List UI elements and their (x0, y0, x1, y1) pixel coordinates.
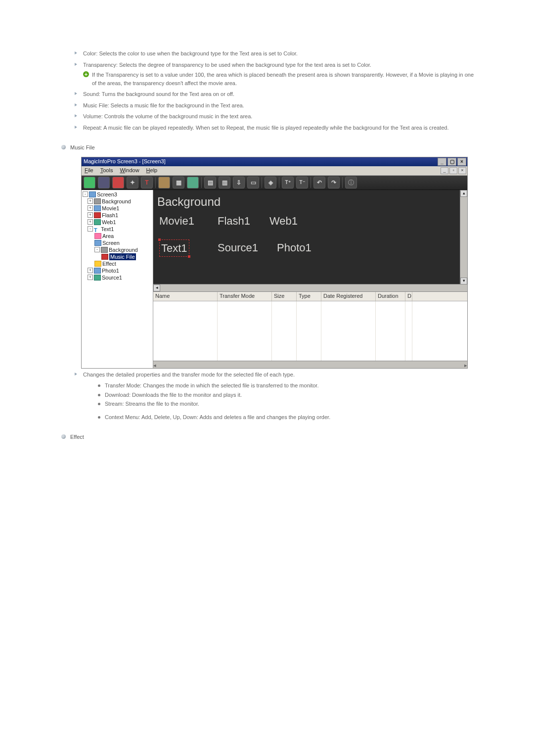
v-scrollbar[interactable]: ▴ ▾ (460, 190, 467, 284)
tb-pic-icon[interactable] (158, 177, 170, 189)
th-duration[interactable]: Duration (376, 292, 405, 301)
bg-icon (101, 247, 108, 253)
canvas[interactable]: Background Movie1 Flash1 Web1 Text1 Sour… (153, 190, 467, 292)
file-table-body[interactable] (153, 301, 467, 361)
expand-icon[interactable]: + (88, 219, 93, 225)
tb-grid1-icon[interactable]: ▤ (204, 177, 216, 189)
tree-bg2[interactable]: Background (109, 246, 138, 253)
item-sound: Sound: Turns the background sound for th… (58, 90, 480, 98)
toolbar: ✦ T ▦ ▤ ▥ ⇩ ▭ ◈ T⁺ T⁻ ↶ ↷ ⓘ (82, 176, 467, 190)
tb-layout-icon[interactable]: ▦ (173, 177, 184, 189)
th-size[interactable]: Size (272, 292, 297, 301)
tree-root[interactable]: Screen3 (97, 191, 117, 198)
tb-redo-icon[interactable]: ↷ (328, 177, 340, 189)
scroll-left-icon[interactable]: ◂ (153, 284, 160, 291)
menu-help[interactable]: Help (146, 166, 158, 175)
tb-diamond-icon[interactable]: ◈ (265, 177, 276, 189)
th-type[interactable]: Type (297, 292, 321, 301)
tb-arrow-icon[interactable]: ⇩ (233, 177, 245, 189)
expand-icon[interactable]: + (88, 205, 93, 211)
source-icon (94, 275, 101, 281)
tb-tb-icon[interactable]: T⁻ (296, 177, 308, 189)
scroll-up-icon[interactable]: ▴ (460, 190, 467, 197)
canvas-web1[interactable]: Web1 (269, 213, 298, 229)
menu-file[interactable]: File (85, 166, 93, 175)
folder-icon (94, 198, 101, 204)
app-title: MagicInfoPro Screen3 - [Screen3] (84, 157, 166, 166)
h-scrollbar[interactable]: ◂ ▸ (153, 284, 467, 291)
tb-undo-icon[interactable]: ↶ (313, 177, 325, 189)
tb-rect-icon[interactable]: ▭ (247, 177, 259, 189)
child-restore-button[interactable]: ▫ (449, 167, 457, 174)
tb-puzzle-icon[interactable]: ✦ (127, 177, 138, 189)
dot-download: Download: Downloads the file to the moni… (98, 391, 480, 399)
canvas-movie1[interactable]: Movie1 (159, 213, 194, 229)
photo-icon (94, 268, 101, 274)
effect-icon (94, 261, 101, 267)
canvas-flash1[interactable]: Flash1 (218, 213, 250, 229)
expand-icon[interactable]: + (88, 198, 93, 204)
tb-info-icon[interactable]: ⓘ (345, 177, 357, 189)
tree-screen[interactable]: Screen (102, 239, 120, 246)
tree-music-file[interactable]: Music File (109, 253, 136, 260)
scroll-right-icon[interactable]: ▸ (464, 361, 467, 368)
child-minimize-button[interactable]: _ (441, 167, 448, 174)
post-image-desc: Changes the detailed properties and the … (58, 371, 480, 379)
screen-node-icon (94, 240, 101, 246)
canvas-background[interactable]: Background (157, 193, 221, 211)
context-menu-list: Context Menu: Add, Delete, Up, Down: Add… (98, 413, 480, 422)
th-extra: D (405, 292, 412, 301)
canvas-source1[interactable]: Source1 (218, 239, 258, 256)
expand-icon[interactable]: + (88, 275, 93, 280)
tb-monitor-icon[interactable] (98, 177, 110, 189)
child-close-button[interactable]: × (458, 167, 466, 174)
th-name[interactable]: Name (153, 292, 218, 301)
tb-media-icon[interactable] (187, 177, 199, 189)
th-transfer[interactable]: Transfer Mode (218, 292, 272, 301)
expand-icon[interactable]: - (83, 191, 88, 197)
music-icon (101, 254, 108, 260)
web-icon (94, 219, 101, 225)
tree-area[interactable]: Area (102, 233, 114, 239)
expand-icon[interactable]: - (94, 247, 100, 252)
scroll-down-icon[interactable]: ▾ (460, 278, 467, 284)
maximize-button[interactable]: ▢ (447, 158, 456, 166)
tree-photo1[interactable]: Photo1 (102, 267, 119, 274)
file-table-header: Name Transfer Mode Size Type Date Regist… (153, 292, 467, 301)
close-button[interactable]: × (457, 158, 466, 166)
scroll-left-icon[interactable]: ◂ (153, 361, 156, 368)
tree-flash1[interactable]: Flash1 (102, 212, 118, 219)
tree-panel[interactable]: -Screen3 +Background +Movie1 +Flash1 +We… (82, 190, 153, 368)
tb-globe-icon[interactable] (112, 177, 124, 189)
tb-grid2-icon[interactable]: ▥ (219, 177, 230, 189)
expand-icon[interactable]: + (88, 212, 93, 218)
minimize-button[interactable]: _ (438, 158, 446, 166)
tree-web1[interactable]: Web1 (102, 219, 116, 226)
text-icon: T (94, 227, 100, 232)
tb-text-t-icon[interactable]: T (141, 177, 153, 189)
menu-tools[interactable]: Tools (100, 166, 113, 175)
app-window: MagicInfoPro Screen3 - [Screen3] _ ▢ × F… (81, 157, 468, 369)
screen-icon (89, 191, 96, 197)
scroll-right-icon[interactable]: ▸ (453, 291, 460, 292)
tree-source1[interactable]: Source1 (102, 274, 122, 281)
table-h-scrollbar[interactable]: ◂ ▸ (153, 361, 467, 368)
expand-icon[interactable]: - (88, 226, 93, 232)
titlebar[interactable]: MagicInfoPro Screen3 - [Screen3] _ ▢ × (82, 157, 467, 166)
tb-ta-icon[interactable]: T⁺ (282, 177, 294, 189)
canvas-text1-selected[interactable]: Text1 (159, 239, 189, 257)
tb-new-icon[interactable] (84, 177, 95, 189)
tree-effect[interactable]: Effect (102, 260, 116, 267)
movie-icon (94, 205, 101, 211)
tree-background[interactable]: Background (102, 198, 131, 205)
transparency-note: If the Transparency is set to a value un… (83, 71, 480, 87)
item-music-file: Music File: Selects a music file for the… (58, 101, 480, 110)
th-date[interactable]: Date Registered (321, 292, 376, 301)
transfer-mode-list: Transfer Mode: Changes the mode in which… (98, 381, 480, 408)
menu-window[interactable]: Window (120, 166, 139, 175)
tree-text1[interactable]: Text1 (101, 226, 114, 233)
tree-movie1[interactable]: Movie1 (102, 205, 119, 212)
expand-icon[interactable]: + (88, 268, 93, 273)
canvas-photo1[interactable]: Photo1 (277, 239, 312, 256)
dot-transfer-mode: Transfer Mode: Changes the mode in which… (98, 381, 480, 390)
